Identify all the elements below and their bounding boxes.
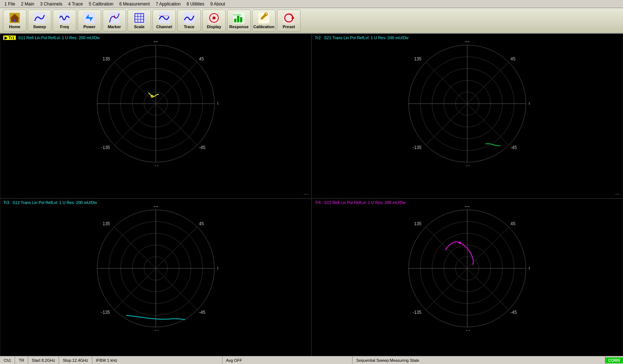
- preset-label: Preset: [283, 25, 295, 29]
- polar-chart-tr3: 90 0 -90 180 45 135 -45 -135: [93, 206, 218, 331]
- power-label: Power: [83, 25, 95, 29]
- quadrant-tr4: Tr4 S22 Refl Lin Pol RefLvl: 1 U Res: 20…: [312, 198, 623, 363]
- freq-icon: [59, 12, 70, 24]
- svg-point-98: [459, 242, 461, 244]
- tr2-info: S21 Trans Lin Pol RefLvl: 1 U Res: 200 m…: [324, 36, 408, 40]
- menu-trace[interactable]: 4 Trace: [65, 1, 86, 7]
- svg-text:90: 90: [153, 41, 158, 43]
- scale-icon: [133, 12, 145, 24]
- svg-point-18: [213, 16, 215, 19]
- svg-text:90: 90: [465, 41, 470, 43]
- svg-text:45: 45: [510, 221, 516, 226]
- home-button[interactable]: Home: [3, 10, 26, 31]
- tr3-info: S12 Trans Lin Pol RefLvl: 1 U Res: 200 m…: [12, 200, 97, 205]
- tr1-dash: —: [304, 192, 308, 197]
- channel-icon: [158, 12, 170, 24]
- trace-button[interactable]: Trace: [177, 10, 201, 31]
- svg-rect-20: [234, 19, 236, 22]
- status-start: Start 8.2GHz: [28, 356, 59, 364]
- svg-text:1bof/diy: 1bof/diy: [233, 14, 241, 16]
- svg-text:-45: -45: [199, 145, 206, 150]
- menu-calibration[interactable]: 5 Calibration: [86, 1, 116, 7]
- response-icon: 1bof/diy: [233, 12, 245, 24]
- svg-text:45: 45: [199, 221, 204, 226]
- trace-icon: [183, 12, 195, 24]
- menu-application[interactable]: 7 Application: [153, 1, 184, 7]
- svg-rect-21: [237, 16, 239, 22]
- svg-text:45: 45: [199, 56, 204, 62]
- svg-text:0: 0: [529, 101, 530, 106]
- svg-rect-4: [59, 12, 70, 23]
- menu-file[interactable]: 1 File: [1, 1, 18, 7]
- status-channel: Ch1: [0, 356, 15, 364]
- polar-chart-tr2: 90 0 -90 180 45 135 -45 -135: [405, 41, 530, 166]
- quadrant-tr3: Tr3 S12 Trans Lin Pol RefLvl: 1 U Res: 2…: [0, 198, 312, 363]
- channel-button[interactable]: Channel: [152, 10, 176, 31]
- trace-label-tr4: Tr4 S22 Refl Lin Pol RefLvl: 1 U Res: 20…: [315, 200, 406, 205]
- menu-utilities[interactable]: 8 Utilities: [184, 1, 207, 7]
- calibration-icon: [258, 12, 270, 24]
- freq-label: Freq: [60, 25, 69, 29]
- home-label: Home: [9, 25, 21, 29]
- calibration-button[interactable]: Calibration: [252, 10, 276, 31]
- tr4-info: S22 Refl Lin Pol RefLvl: 1 U Res: 200 mU…: [324, 200, 406, 205]
- power-button[interactable]: Power: [78, 10, 101, 31]
- svg-text:-90: -90: [464, 330, 471, 331]
- marker-label: Marker: [108, 25, 121, 29]
- sweep-icon: [34, 12, 45, 24]
- sweep-button[interactable]: Sweep: [28, 10, 51, 31]
- svg-text:-45: -45: [510, 145, 517, 150]
- quadrant-tr2: Tr2 S21 Trans Lin Pol RefLvl: 1 U Res: 2…: [312, 34, 623, 198]
- marker-icon: [108, 12, 120, 24]
- svg-rect-2: [14, 19, 16, 22]
- status-ifbw: IFBW 1 kHz: [92, 356, 222, 364]
- status-bar: Ch1 TR Start 8.2GHz Stop 12.4GHz IFBW 1 …: [0, 356, 623, 364]
- svg-text:-90: -90: [464, 165, 471, 166]
- svg-text:0: 0: [217, 266, 218, 271]
- response-button[interactable]: 1bof/diy Response: [227, 10, 251, 31]
- status-avg: Avg OFF: [222, 356, 353, 364]
- status-mode: TR: [15, 356, 28, 364]
- menu-about[interactable]: 9 About: [207, 1, 228, 7]
- display-label: Display: [207, 25, 221, 29]
- svg-text:0: 0: [529, 266, 530, 271]
- svg-text:135: 135: [414, 221, 421, 226]
- svg-text:-45: -45: [510, 310, 517, 315]
- calibration-label: Calibration: [253, 25, 274, 29]
- scale-label: Scale: [134, 25, 145, 29]
- polar-chart-tr4: 90 0 -90 180 45 135 -45 -135: [405, 206, 530, 331]
- freq-button[interactable]: Freq: [53, 10, 76, 31]
- svg-text:90: 90: [465, 206, 470, 208]
- svg-text:-135: -135: [413, 310, 421, 315]
- tr1-badge: ▶ Tr1: [3, 36, 16, 40]
- svg-rect-22: [240, 17, 242, 22]
- svg-rect-8: [134, 12, 145, 23]
- status-stop: Stop 12.4GHz: [59, 356, 92, 364]
- svg-rect-6: [109, 12, 120, 23]
- tr2-badge: Tr2: [315, 36, 323, 40]
- svg-text:-135: -135: [413, 145, 421, 150]
- svg-text:-135: -135: [101, 145, 110, 150]
- menu-channels[interactable]: 3 Channels: [37, 1, 65, 7]
- preset-button[interactable]: Preset: [277, 10, 301, 31]
- svg-text:135: 135: [103, 221, 110, 226]
- main-content: ▶ Tr1 S11 Refl Lin Pol RefLvl: 1 U Res: …: [0, 34, 623, 363]
- menu-measurement[interactable]: 6 Measurement: [117, 1, 153, 7]
- status-sweep-state: Sequential Sweep:Measuring State: [353, 356, 605, 364]
- scale-button[interactable]: Scale: [128, 10, 151, 31]
- quadrant-tr1: ▶ Tr1 S11 Refl Lin Pol RefLvl: 1 U Res: …: [0, 34, 312, 198]
- preset-icon: [283, 12, 295, 24]
- trace-label-tr2: Tr2 S21 Trans Lin Pol RefLvl: 1 U Res: 2…: [315, 36, 409, 40]
- tr4-badge: Tr4: [315, 200, 323, 205]
- response-label: Response: [229, 25, 249, 29]
- display-button[interactable]: Display: [202, 10, 226, 31]
- menu-main[interactable]: 2 Main: [18, 1, 37, 7]
- polar-chart-tr1: 90 0 -90 180 45 135 -45 -135: [93, 41, 218, 166]
- svg-text:135: 135: [414, 56, 421, 62]
- svg-text:-90: -90: [152, 330, 159, 331]
- trace-label-tr1: ▶ Tr1 S11 Refl Lin Pol RefLvl: 1 U Res: …: [3, 36, 100, 40]
- marker-button[interactable]: Marker: [103, 10, 126, 31]
- status-corr: CORR: [605, 357, 623, 363]
- sweep-label: Sweep: [33, 25, 46, 29]
- display-icon: [208, 12, 220, 24]
